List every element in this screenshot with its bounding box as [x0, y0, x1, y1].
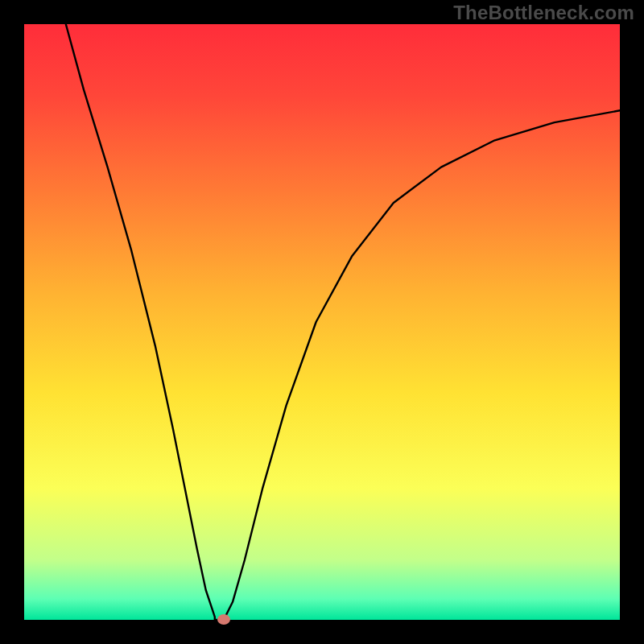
gradient-bg	[24, 24, 620, 620]
watermark-text: TheBottleneck.com	[453, 2, 634, 24]
minimum-marker-icon	[217, 614, 230, 625]
chart-frame: TheBottleneck.com	[0, 0, 644, 644]
bottleneck-chart	[24, 24, 620, 620]
